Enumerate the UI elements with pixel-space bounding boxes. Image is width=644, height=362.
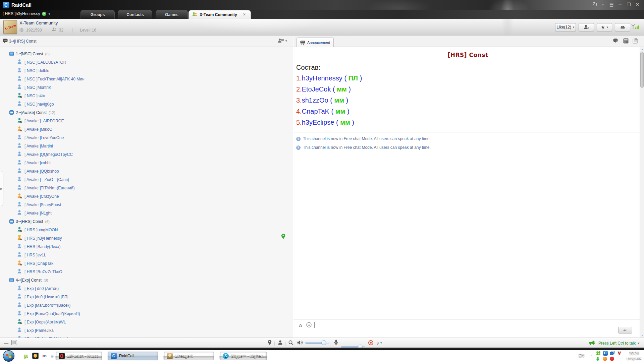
member-row[interactable]: [ NSC ] dolblu — [0, 66, 293, 75]
member-row[interactable]: M[ HRS ]CnapTak — [0, 259, 293, 267]
member-row[interactable]: [ Exp ]BonaQuaQuaZ(КирилП) — [0, 309, 293, 318]
tab-x-team-community[interactable]: X-Team Community ✕ — [189, 10, 251, 19]
collapse-toggle-icon[interactable] — [9, 278, 14, 282]
member-row[interactable]: [ Exp ] dn0 (Антон) — [0, 284, 293, 293]
member-row[interactable]: [ Exp ]Mar1boro^^(Васек) — [0, 301, 293, 309]
panel-collapse-handle[interactable]: ▶ — [0, 171, 3, 206]
member-row[interactable]: M[ NSC ]c4to — [0, 92, 293, 100]
channel-group-row[interactable]: 4-•[Exp] Const(8) — [0, 276, 293, 284]
scroll-down-icon[interactable]: ▼ — [640, 333, 644, 338]
status-caret-icon[interactable]: ▾ — [48, 12, 50, 16]
scroll-up-icon[interactable]: ▲ — [640, 47, 644, 51]
like-button[interactable]: Like(12)▾ — [555, 23, 576, 31]
member-list-button[interactable] — [278, 340, 283, 345]
member-row[interactable]: [ HRS ]RoOzZeTkoO — [0, 267, 293, 276]
tab-contacts[interactable]: Contacts — [118, 10, 152, 19]
send-button[interactable]: ↵ — [618, 327, 632, 334]
member-row[interactable]: [ HRS ]ev1L — [0, 251, 293, 259]
group-avatar[interactable]: X-Team — [3, 20, 17, 34]
member-row[interactable]: [ NSC ]MontriK — [0, 83, 293, 92]
screenshot-icon[interactable] — [592, 1, 597, 8]
member-row[interactable]: [ NSC ]FuckThemAll[AFK 40 Мин — [0, 75, 293, 83]
member-row[interactable]: [ NSC ]navig0go — [0, 100, 293, 108]
chat-history-icon[interactable] — [613, 38, 619, 45]
antivirus-icon[interactable]: V — [617, 351, 622, 356]
speaker-icon[interactable] — [297, 340, 303, 345]
taskbar-button[interactable]: L2Fusion - Класс... — [55, 351, 102, 361]
collapse-all-button[interactable]: — — [4, 342, 8, 344]
member-row[interactable]: [ Exp ]dn0 (Никита) |БП| — [0, 293, 293, 301]
member-row[interactable]: M[ Exp ]Oops(Артём)WL — [0, 318, 293, 326]
download-manager-icon[interactable] — [595, 356, 600, 361]
skype-dnd-icon[interactable] — [609, 356, 614, 361]
start-button[interactable] — [3, 350, 14, 362]
admin-button[interactable] — [615, 23, 630, 31]
music-button[interactable]: ♪ ▾ — [376, 340, 382, 346]
utorrent-icon[interactable]: µ — [23, 353, 29, 359]
member-row[interactable]: [ NSC ]CALCULYATOR — [0, 58, 293, 66]
emoticon-button[interactable] — [306, 322, 312, 329]
raidcall-tray-icon[interactable]: C — [603, 351, 608, 356]
member-panel-button[interactable] — [11, 340, 17, 345]
taskbar-clock[interactable]: 19:28 вторник — [627, 351, 641, 361]
member-row[interactable]: M[ Awake ]~AIRFORCE~ — [0, 117, 293, 125]
member-row[interactable]: [ Awake ]QQbishop — [0, 167, 293, 175]
close-button[interactable]: ✕ — [636, 1, 639, 8]
member-row[interactable]: [ Awake ]QQmegoOTpyCC — [0, 150, 293, 159]
member-row[interactable]: [ HRS ]Sandy(Леха) — [0, 242, 293, 251]
messenger-clover-icon[interactable] — [596, 351, 601, 356]
member-row[interactable]: [ Awake ]TITANm-(Евгений) — [0, 184, 293, 192]
channel-group-row[interactable]: 1-•[NSC] Const(6) — [0, 50, 293, 58]
channel-group-row[interactable]: 2-•[Awake] Const(12) — [0, 108, 293, 117]
push-to-talk-label[interactable]: Press Left Ctrl to talk — [598, 341, 636, 346]
collapse-toggle-icon[interactable] — [9, 52, 14, 56]
collapse-toggle-icon[interactable] — [9, 219, 14, 224]
member-row[interactable]: M[ HRS ]omgMOON — [0, 226, 293, 234]
notes-icon[interactable] — [633, 38, 638, 45]
add-member-button[interactable] — [579, 23, 594, 31]
tab-close-icon[interactable]: ✕ — [243, 12, 246, 17]
announcement-tab[interactable]: Annoucement — [297, 38, 334, 47]
member-row[interactable]: M[ Awake ]CrazyOne — [0, 192, 293, 200]
maximize-button[interactable]: ❐ — [627, 1, 631, 8]
quick-launch-more-icon[interactable]: » — [51, 353, 53, 358]
scrollbar-thumb[interactable] — [640, 52, 644, 88]
taskbar-button[interactable]: Lineage II — [163, 351, 214, 361]
microphone-icon[interactable] — [334, 340, 338, 345]
ebay-icon[interactable]: ebv — [42, 353, 48, 359]
member-row[interactable]: [ Awake ]N1ght — [0, 209, 293, 217]
tab-groups[interactable]: Groups — [80, 10, 115, 19]
member-row[interactable]: [ Awake ]ScaryFoost — [0, 200, 293, 209]
volume-slider[interactable] — [305, 342, 329, 344]
ptt-caret-icon[interactable]: ▾ — [638, 342, 640, 345]
feed-icon[interactable] — [623, 38, 629, 45]
font-style-button[interactable]: A — [299, 323, 302, 328]
member-row[interactable]: M[ Awake ]MikoO — [0, 125, 293, 133]
member-row[interactable]: [ Awake ]-=ZioO=-(Саня) — [0, 175, 293, 184]
collapse-toggle-icon[interactable] — [9, 110, 14, 115]
current-user-chip[interactable]: [ HRS ]h3yHennessy ✔ ▾ — [3, 11, 50, 16]
skin-icon[interactable]: ▤ — [609, 1, 613, 8]
minimize-button[interactable]: ─ — [619, 1, 622, 8]
aimp-icon[interactable] — [32, 353, 39, 359]
tray-expand-icon[interactable]: ▲ — [590, 354, 593, 357]
aimp-tray-icon[interactable] — [602, 356, 607, 361]
member-row[interactable]: [ Exp ]PameJlka — [0, 326, 293, 335]
locate-self-button[interactable] — [268, 340, 272, 345]
record-button[interactable] — [368, 340, 373, 345]
language-indicator[interactable]: EN — [579, 353, 584, 358]
volume-slider-thumb[interactable] — [321, 340, 326, 345]
member-row[interactable]: M[ HRS ]h3yHennessy — [0, 234, 293, 242]
member-row[interactable]: [ Awake ]xobbit — [0, 159, 293, 167]
channel-group-row[interactable]: 3-•[HRS] Const(6) — [0, 217, 293, 226]
member-row[interactable]: [ Awake ]Martini — [0, 142, 293, 150]
announcement-scrollbar[interactable]: ▲ ▼ — [640, 47, 644, 338]
favorite-button[interactable]: ★ ▾ — [597, 23, 612, 31]
home-icon[interactable]: ⌂ — [602, 1, 604, 8]
taskbar-button[interactable]: SSkype™ - h3yhen... — [219, 351, 267, 361]
tab-games[interactable]: Games — [156, 10, 188, 19]
display-settings-icon[interactable] — [610, 351, 615, 356]
taskbar-button[interactable]: CRaidCall — [107, 351, 158, 361]
chat-mode-button[interactable]: ▾ — [278, 38, 287, 44]
search-icon[interactable] — [288, 340, 293, 345]
